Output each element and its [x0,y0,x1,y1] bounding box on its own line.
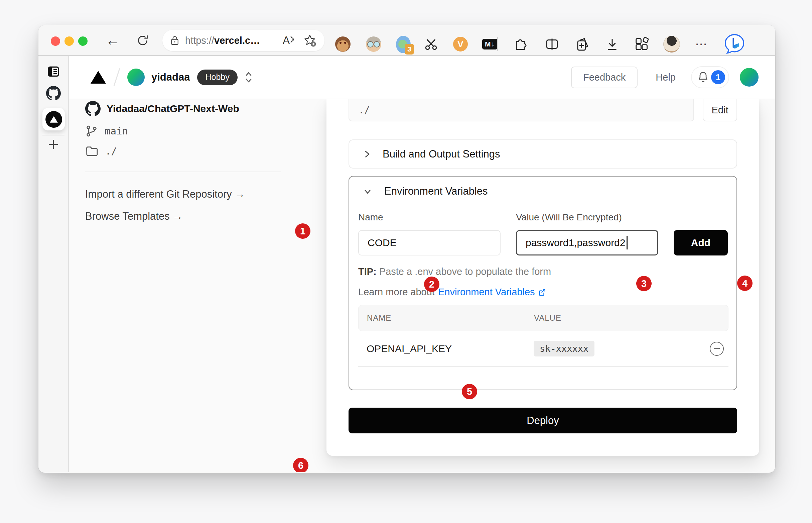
clipper-extension-icon[interactable] [422,35,440,53]
tab-vercel-active[interactable] [42,108,65,130]
external-link-icon [538,288,546,296]
new-tab-button[interactable] [38,138,68,151]
env-section-toggle[interactable]: Environment Variables [358,185,729,197]
text-caret [626,236,627,250]
tabstrip-divider [42,135,64,136]
root-directory-row: ./ Edit [348,99,737,121]
env-docs-link[interactable]: Environment Variables [438,287,546,297]
env-form: Name CODE Value (Will Be Encrypted) pass… [358,212,729,255]
add-favorite-icon[interactable] [303,34,317,47]
feedback-button[interactable]: Feedback [571,67,638,88]
team-name[interactable]: yidadaa [151,71,190,83]
import-different-repo-link[interactable]: Import a different Git Repository → [85,188,245,200]
downloads-icon[interactable] [604,35,621,53]
more-menu-icon[interactable]: ⋯ [693,35,711,53]
branch-row: main [85,123,299,139]
zoom-window-button[interactable] [78,36,88,46]
configure-project-card: ./ Edit Build and Output Settings [326,99,759,456]
user-avatar[interactable] [740,68,758,87]
apps-grid-icon[interactable] [633,35,650,53]
markdown-extension-icon[interactable]: M↓ [481,35,498,53]
env-value-text: password1,password2 [526,237,625,249]
annotation-badge-2: 2 [424,276,439,292]
vercel-logo[interactable] [90,70,106,84]
split-screen-icon[interactable] [543,35,561,53]
help-link[interactable]: Help [656,72,676,83]
read-aloud-icon[interactable]: A [283,34,295,47]
annotation-badge-4: 4 [737,275,753,291]
folder-icon [85,145,99,157]
remove-env-button[interactable] [710,342,724,356]
env-table-header: NAME VALUE [358,305,729,331]
notifications-button[interactable]: 1 [691,66,729,88]
left-panel-divider [85,172,281,172]
extension-badge-count: 3 [405,44,414,54]
vercel-favicon [45,111,62,128]
lock-icon [170,35,179,46]
chevron-right-icon [362,149,371,159]
env-tip: TIP: Paste a .env above to populate the … [358,266,729,277]
tab-github[interactable] [38,86,68,101]
repo-summary-panel: Yidadaa/ChatGPT-Next-Web main [85,99,299,222]
extensions-puzzle-icon[interactable] [512,35,529,53]
edge-vertical-tabstrip [38,56,69,472]
tip-text: Paste a .env above to populate the form [379,266,551,277]
vimium-extension-icon[interactable]: V [452,35,469,53]
team-switcher-button[interactable] [244,71,253,84]
add-env-button[interactable]: Add [674,230,728,255]
environment-variables-section: Environment Variables Name CODE [348,176,737,390]
repo-row: Yidadaa/ChatGPT-Next-Web [85,100,299,118]
root-dir-value: ./ [105,145,117,157]
col-value-header: VALUE [534,313,561,323]
build-output-settings-accordion[interactable]: Build and Output Settings [348,140,737,168]
env-section-label: Environment Variables [384,185,488,197]
env-value-input[interactable]: password1,password2 [516,230,658,255]
minimize-window-button[interactable] [64,36,74,46]
back-button[interactable]: ← [105,33,121,49]
chevron-down-icon [363,187,372,196]
env-name-input[interactable]: CODE [358,230,501,255]
repo-name: Yidadaa/ChatGPT-Next-Web [107,103,239,114]
env-row-value: sk-xxxxxx [534,341,594,357]
toolbar-divider [497,37,498,51]
url-scheme: https:// [185,35,214,46]
github-icon [85,101,100,116]
bing-chat-icon[interactable] [723,33,746,55]
team-avatar[interactable] [127,69,145,86]
env-name-value: CODE [367,237,397,249]
root-dir-row: ./ [85,143,299,159]
vercel-content: Yidadaa/ChatGPT-Next-Web main [69,99,775,472]
learn-more-line: Learn more about Environment Variables [358,287,729,297]
plan-badge: Hobby [197,70,237,85]
annotation-badge-3: 3 [636,276,652,291]
refresh-button[interactable] [135,33,151,49]
screenshot-stage: ← https://vercel.c… A [0,0,812,523]
edit-button[interactable]: Edit [703,99,737,121]
tab-actions-icon[interactable] [38,65,68,78]
refresh-icon [136,34,149,47]
annotation-badge-5: 5 [462,384,477,399]
notification-count-badge: 1 [711,70,725,84]
user-agent-extension-icon[interactable] [365,35,382,53]
extension-with-badge-icon[interactable]: 3 [395,35,412,53]
env-table-row: OPENAI_API_KEY sk-xxxxxx [358,331,729,367]
annotation-badge-6: 6 [293,458,308,472]
build-settings-label: Build and Output Settings [383,148,500,160]
vercel-header: yidadaa Hobby Feedback Help [69,56,775,99]
tampermonkey-extension-icon[interactable] [334,35,352,53]
tip-label: TIP: [358,266,377,277]
git-branch-icon [85,124,98,138]
close-window-button[interactable] [51,36,60,46]
value-label: Value (Will Be Encrypted) [516,212,658,223]
col-name-header: NAME [367,313,534,323]
vercel-page: yidadaa Hobby Feedback Help [69,56,775,472]
deploy-button[interactable]: Deploy [348,408,737,433]
breadcrumb-slash [113,68,120,86]
annotation-badge-1: 1 [295,223,310,239]
env-row-name: OPENAI_API_KEY [366,343,534,355]
root-directory-input[interactable]: ./ [348,99,694,121]
profile-avatar[interactable] [663,35,680,53]
collections-icon[interactable] [573,35,591,53]
address-bar[interactable]: https://vercel.c… A [163,30,324,51]
browse-templates-link[interactable]: Browse Templates → [85,210,183,222]
